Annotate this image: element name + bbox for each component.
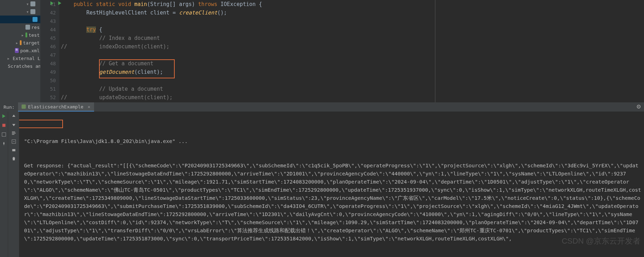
line-number: 45 — [40, 34, 56, 42]
run-gutter-icon[interactable] — [50, 1, 54, 6]
folder-icon-icon — [25, 25, 30, 30]
tree-item-label: pom.xml — [20, 48, 40, 53]
tree-item[interactable]: ▾ — [0, 0, 40, 8]
svg-rect-6 — [2, 124, 6, 127]
run-side-toolbar — [0, 112, 8, 257]
file-m-icon — [15, 48, 19, 53]
line-number: 50 — [40, 76, 56, 85]
line-number: 43 — [40, 17, 56, 25]
line-number: 51 — [40, 85, 56, 93]
chevron-down-icon[interactable]: ▾ — [26, 10, 29, 13]
svg-marker-5 — [2, 114, 6, 118]
pin-icon[interactable] — [1, 141, 6, 146]
run-tab-label: ElasticsearchExample — [28, 104, 83, 109]
up-arrow-icon[interactable] — [11, 114, 16, 119]
run-console-toolbar — [8, 112, 19, 257]
run-gutter-play-icon[interactable] — [57, 1, 62, 6]
svg-rect-9 — [12, 149, 15, 151]
folder-orange-icon — [20, 40, 22, 45]
folder-icon-icon — [30, 9, 35, 14]
svg-point-4 — [638, 106, 639, 107]
folder-blue-icon — [33, 17, 37, 22]
chevron-right-icon[interactable]: ▸ — [21, 34, 24, 36]
tree-item-label: Scratches an — [8, 64, 40, 69]
rerun-icon[interactable] — [1, 114, 6, 119]
folder-icon-icon — [30, 1, 35, 6]
run-toolwindow-bar: Run: ElasticsearchExample × — [0, 102, 644, 112]
run-tab-icon — [22, 104, 26, 109]
settings-icon[interactable] — [636, 104, 641, 110]
editor-right-edge — [435, 0, 435, 102]
run-label: Run: — [0, 104, 18, 110]
highlight-box-output — [19, 120, 63, 128]
console-line: "C:\Program Files\Java\jdk1.8.0_202\bin\… — [24, 137, 641, 145]
editor-gutter: 414243444546474849505152 — [40, 0, 59, 102]
svg-marker-1 — [58, 1, 62, 5]
scroll-end-icon[interactable] — [11, 139, 16, 144]
close-icon[interactable]: × — [88, 104, 91, 109]
line-number: 48 — [40, 59, 56, 68]
svg-rect-2 — [22, 104, 26, 109]
trash-icon[interactable] — [11, 156, 16, 161]
tree-item-label: target — [23, 40, 40, 46]
tree-item[interactable]: ▸test — [0, 31, 40, 39]
line-number: 42 — [40, 8, 56, 17]
tree-item[interactable] — [0, 16, 40, 23]
line-number: 47 — [40, 51, 56, 59]
tree-item[interactable]: ▾ — [0, 8, 40, 16]
line-number: 44 — [40, 25, 56, 34]
tree-item[interactable]: ▸External Libr — [0, 54, 40, 62]
line-number: 49 — [40, 68, 56, 76]
tree-item[interactable]: pom.xml — [0, 47, 40, 54]
stop-icon[interactable] — [1, 123, 6, 128]
gutter-run-icons[interactable] — [50, 1, 62, 6]
down-arrow-icon[interactable] — [11, 122, 16, 127]
tree-item[interactable]: res — [0, 23, 40, 31]
code-editor[interactable]: public static void main(String[] args) t… — [59, 0, 644, 102]
console-line: Get response: {"actual_result":"[[{\"sch… — [24, 162, 641, 243]
folder-green-icon — [25, 32, 27, 37]
svg-marker-0 — [51, 1, 54, 5]
chevron-right-icon[interactable]: ▸ — [7, 57, 10, 60]
tree-item-label: res — [31, 25, 40, 30]
line-number: 46 — [40, 42, 56, 51]
print-icon[interactable] — [11, 148, 16, 153]
soft-wrap-icon[interactable] — [11, 131, 16, 136]
chevron-down-icon[interactable]: ▾ — [26, 2, 29, 5]
chevron-right-icon[interactable]: ▸ — [16, 41, 18, 44]
console-output[interactable]: "C:\Program Files\Java\jdk1.8.0_202\bin\… — [19, 112, 644, 257]
layout-icon[interactable] — [1, 132, 6, 137]
svg-rect-7 — [2, 133, 6, 137]
project-tree[interactable]: ▾▾res▸test▸targetpom.xml▸External LibrSc… — [0, 0, 40, 102]
tree-item-label: External Libr — [13, 56, 40, 61]
run-tab[interactable]: ElasticsearchExample × — [18, 102, 94, 112]
tree-item[interactable]: ▸target — [0, 39, 40, 47]
line-number: 52 — [40, 93, 56, 102]
tree-item-label: test — [29, 32, 40, 38]
tree-item[interactable]: Scratches an — [0, 62, 40, 70]
